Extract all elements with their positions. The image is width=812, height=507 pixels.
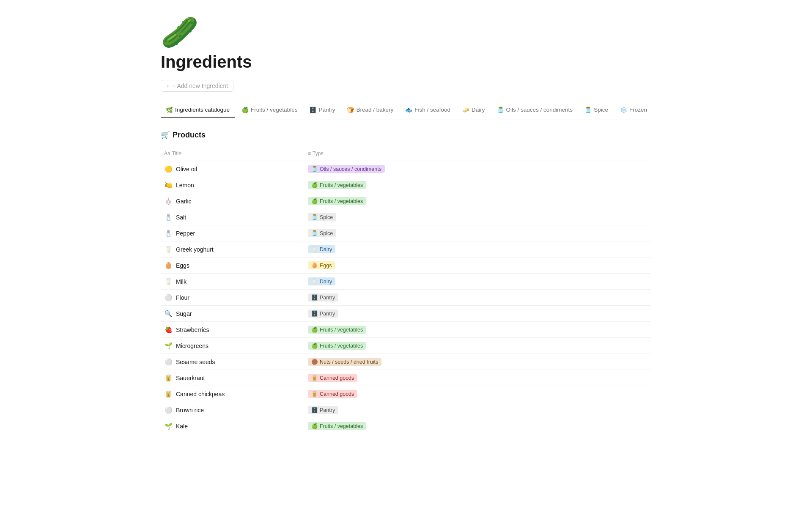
tag-icon: 🗄️ (311, 407, 318, 413)
add-new-label: + Add new Ingredient (172, 82, 228, 89)
row-icon: 🔍 (164, 310, 173, 318)
tab-bread-bakery[interactable]: 🍞 Bread / bakery (342, 103, 398, 118)
row-type-salt: 🫙 Spice (304, 211, 651, 224)
row-icon: 🍋 (164, 181, 173, 189)
table-row[interactable]: ⚪ Flour 🗄️ Pantry (161, 290, 651, 306)
tag-label: Oils / sauces / condiments (320, 166, 381, 172)
table-row[interactable]: 🧄 Garlic 🍏 Fruits / vegetables (161, 193, 651, 209)
header-type-icon: ≡ (308, 151, 311, 156)
row-icon: ⚪ (164, 358, 173, 366)
table-row[interactable]: 🥛 Greek yoghurt 🥛 Dairy (161, 241, 651, 258)
table-row[interactable]: 🌱 Microgreens 🍏 Fruits / vegetables (161, 338, 651, 354)
type-tag: 🍏 Fruits / vegetables (308, 342, 366, 350)
tab-frozen[interactable]: ❄️ Frozen (615, 103, 651, 118)
table-row[interactable]: 🧂 Salt 🫙 Spice (161, 209, 651, 225)
type-tag: 🍏 Fruits / vegetables (308, 181, 366, 189)
tab-pantry[interactable]: 🗄️ Pantry (304, 103, 340, 118)
table-row[interactable]: 🥛 Milk 🥛 Dairy (161, 274, 651, 290)
table-row[interactable]: 🥫 Canned chickpeas 🥫 Canned goods (161, 386, 651, 402)
row-type-microgreens: 🍏 Fruits / vegetables (304, 339, 651, 352)
header-title: Aa Title (161, 149, 304, 158)
header-title-label: Title (172, 151, 181, 156)
table-row[interactable]: ⚪ Brown rice 🗄️ Pantry (161, 402, 651, 418)
table-row[interactable]: 🥚 Eggs 🥚 Eggs (161, 258, 651, 274)
tag-label: Pantry (320, 295, 335, 301)
row-name: Sesame seeds (176, 359, 215, 365)
tag-label: Dairy (320, 247, 332, 252)
table-row[interactable]: 🟡 Olive oil 🫙 Oils / sauces / condiments (161, 161, 651, 177)
tab-label-catalogue: Ingredients catalogue (175, 107, 230, 113)
tag-icon: 🥛 (311, 246, 318, 252)
tab-icon-fruits: 🍏 (241, 107, 249, 113)
row-title-sugar: 🔍 Sugar (161, 307, 304, 320)
row-title-canned-chickpeas: 🥫 Canned chickpeas (161, 388, 304, 400)
row-icon: 🌱 (164, 422, 173, 430)
row-type-flour: 🗄️ Pantry (304, 291, 651, 304)
section-title-text: Products (173, 131, 206, 140)
row-name: Flour (176, 294, 189, 301)
row-title-sesame-seeds: ⚪ Sesame seeds (161, 356, 304, 368)
row-type-garlic: 🍏 Fruits / vegetables (304, 195, 651, 208)
tab-spice[interactable]: 🫙 Spice (579, 103, 613, 118)
tab-label-bread: Bread / bakery (356, 107, 393, 113)
add-new-ingredient-button[interactable]: + + Add new Ingredient (161, 80, 233, 92)
table-row[interactable]: ⚪ Sesame seeds 🟤 Nuts / seeds / dried fr… (161, 354, 651, 370)
row-name: Kale (176, 423, 188, 430)
tab-icon-frozen: ❄️ (620, 107, 627, 113)
tag-label: Nuts / seeds / dried fruits (320, 359, 378, 365)
row-type-kale: 🍏 Fruits / vegetables (304, 419, 651, 433)
row-title-milk: 🥛 Milk (161, 275, 304, 288)
tab-dairy[interactable]: 🧈 Dairy (457, 103, 490, 118)
table-row[interactable]: 🥫 Sauerkraut 🥫 Canned goods (161, 370, 651, 386)
type-tag: 🥫 Canned goods (308, 390, 357, 398)
row-icon: 🥛 (164, 246, 173, 253)
row-icon: ⚪ (164, 406, 173, 414)
tag-label: Fruits / vegetables (320, 423, 363, 429)
row-name: Milk (176, 278, 187, 285)
row-name: Strawberries (176, 326, 209, 333)
row-type-milk: 🥛 Dairy (304, 275, 651, 288)
section-title: 🛒 Products (161, 130, 651, 140)
table-header: Aa Title ≡ Type (161, 146, 651, 161)
tab-icon-pantry: 🗄️ (309, 107, 316, 113)
tag-icon: 🍏 (311, 423, 318, 429)
table-row[interactable]: 🌱 Kale 🍏 Fruits / vegetables (161, 418, 651, 434)
tag-icon: 🍏 (311, 198, 318, 204)
row-title-kale: 🌱 Kale (161, 420, 304, 433)
tab-label-dairy: Dairy (472, 107, 485, 113)
row-icon: 🥛 (164, 278, 173, 285)
table-row[interactable]: 🍓 Strawberries 🍏 Fruits / vegetables (161, 322, 651, 338)
row-type-olive-oil: 🫙 Oils / sauces / condiments (304, 162, 651, 175)
type-tag: 🥛 Dairy (308, 277, 335, 285)
row-name: Greek yoghurt (176, 246, 214, 253)
row-type-greek-yoghurt: 🥛 Dairy (304, 243, 651, 256)
tab-icon-catalogue: 🌿 (166, 107, 173, 113)
tag-label: Fruits / vegetables (320, 182, 363, 188)
tag-label: Canned goods (320, 391, 354, 397)
row-name: Sauerkraut (176, 375, 205, 381)
row-title-garlic: 🧄 Garlic (161, 195, 304, 208)
products-table: Aa Title ≡ Type 🟡 Olive oil 🫙 Oils / sau… (161, 146, 651, 434)
row-icon: 🥫 (164, 390, 173, 398)
table-row[interactable]: 🔍 Sugar 🗄️ Pantry (161, 306, 651, 322)
type-tag: 🥛 Dairy (308, 245, 335, 253)
tab-oils[interactable]: 🫙 Oils / sauces / condiments (492, 103, 578, 118)
row-name: Eggs (176, 262, 189, 269)
tag-label: Dairy (320, 279, 332, 285)
tag-icon: 🫙 (311, 166, 318, 172)
tab-fish-seafood[interactable]: 🐟 Fish / seafood (400, 103, 455, 118)
row-name: Salt (176, 214, 186, 221)
tab-fruits-vegetables[interactable]: 🍏 Fruits / vegetables (236, 103, 302, 118)
tab-ingredients-catalogue[interactable]: 🌿 Ingredients catalogue (161, 103, 235, 118)
header-type: ≡ Type (304, 149, 651, 158)
section-icon: 🛒 (161, 130, 170, 140)
tag-icon: 🍏 (311, 182, 318, 188)
tab-label-fish: Fish / seafood (414, 107, 450, 113)
table-row[interactable]: 🧂 Pepper 🫙 Spice (161, 225, 651, 241)
row-title-strawberries: 🍓 Strawberries (161, 323, 304, 336)
row-type-eggs: 🥚 Eggs (304, 259, 651, 272)
table-row[interactable]: 🍋 Lemon 🍏 Fruits / vegetables (161, 177, 651, 193)
row-name: Brown rice (176, 407, 204, 414)
row-icon: 🧂 (164, 230, 173, 237)
tab-label-frozen: Frozen (629, 107, 647, 113)
